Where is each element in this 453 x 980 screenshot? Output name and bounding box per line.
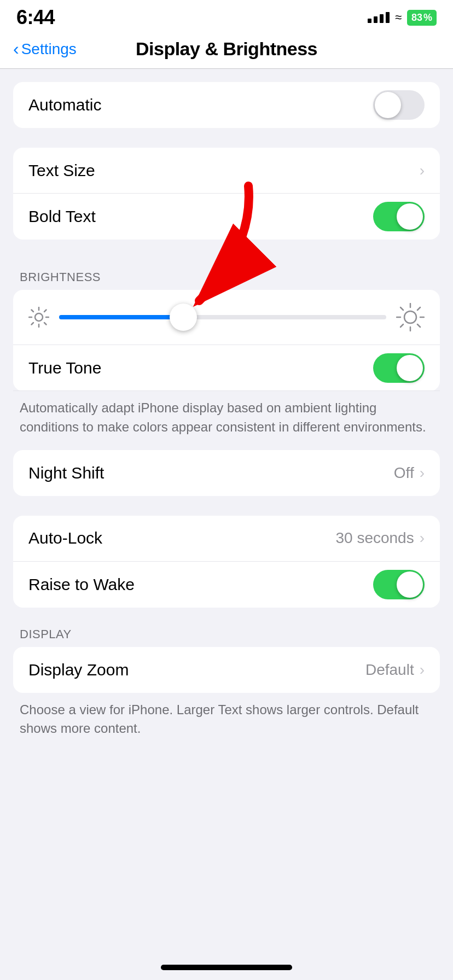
text-size-right: › (420, 162, 425, 179)
gap (0, 608, 453, 627)
display-zoom-right: Default › (365, 661, 425, 679)
svg-line-14 (400, 307, 403, 310)
back-button[interactable]: ‹ Settings (13, 40, 77, 58)
bold-text-row[interactable]: Bold Text (13, 194, 440, 240)
status-time: 6:44 (16, 6, 55, 29)
auto-lock-right: 30 seconds › (335, 529, 425, 547)
raise-to-wake-row[interactable]: Raise to Wake (13, 562, 440, 608)
back-label: Settings (21, 40, 77, 58)
svg-line-17 (400, 324, 403, 327)
toggle-thumb (375, 92, 401, 118)
svg-line-7 (44, 310, 47, 312)
display-zoom-label: Display Zoom (28, 661, 129, 679)
svg-line-5 (32, 310, 34, 312)
night-shift-value: Off (394, 464, 414, 482)
svg-line-16 (417, 307, 420, 310)
night-shift-label: Night Shift (28, 464, 104, 482)
automatic-label: Automatic (28, 96, 101, 114)
brightness-slider-row[interactable] (13, 290, 440, 345)
display-zoom-description: Choose a view for iPhone. Larger Text sh… (0, 693, 453, 746)
slider-thumb (170, 304, 197, 331)
auto-lock-value: 30 seconds (335, 529, 414, 547)
auto-lock-label: Auto-Lock (28, 529, 102, 547)
gap (0, 496, 453, 516)
toggle-thumb (397, 571, 423, 598)
true-tone-description: Automatically adapt iPhone display based… (0, 391, 453, 445)
svg-line-8 (32, 323, 34, 325)
svg-point-0 (35, 313, 43, 321)
gap (0, 128, 453, 148)
lock-group: Auto-Lock 30 seconds › Raise to Wake (13, 516, 440, 608)
display-zoom-row[interactable]: Display Zoom Default › (13, 647, 440, 693)
brightness-group: True Tone (13, 290, 440, 391)
text-group: Text Size › Bold Text (13, 148, 440, 240)
night-shift-group: Night Shift Off › (13, 450, 440, 496)
brightness-slider[interactable] (59, 315, 386, 319)
automatic-group: Automatic (13, 82, 440, 128)
toggle-thumb (397, 355, 423, 381)
true-tone-row[interactable]: True Tone (13, 345, 440, 391)
chevron-icon: › (420, 162, 425, 179)
true-tone-toggle[interactable] (373, 353, 425, 383)
signal-icon (368, 12, 390, 23)
battery-percent: 83 (411, 12, 422, 24)
text-size-row[interactable]: Text Size › (13, 148, 440, 194)
night-shift-row[interactable]: Night Shift Off › (13, 450, 440, 496)
status-icons: ≈ 83% (368, 10, 437, 26)
gap (0, 240, 453, 259)
automatic-row[interactable]: Automatic (13, 82, 440, 128)
brightness-section-label: BRIGHTNESS (0, 259, 453, 290)
navigation-bar: ‹ Settings Display & Brightness (0, 33, 453, 69)
text-size-label: Text Size (28, 161, 95, 180)
auto-lock-row[interactable]: Auto-Lock 30 seconds › (13, 516, 440, 562)
gap (0, 69, 453, 82)
sun-small-icon (28, 307, 49, 328)
bold-text-toggle[interactable] (373, 202, 425, 231)
battery-indicator: 83% (407, 10, 437, 26)
raise-to-wake-toggle[interactable] (373, 570, 425, 599)
svg-line-6 (44, 323, 47, 325)
status-bar: 6:44 ≈ 83% (0, 0, 453, 33)
svg-line-15 (417, 324, 420, 327)
night-shift-right: Off › (394, 464, 425, 482)
page-title: Display & Brightness (136, 38, 317, 60)
chevron-icon: › (420, 464, 425, 482)
svg-point-9 (404, 311, 416, 323)
back-chevron-icon: ‹ (13, 40, 19, 57)
display-section-label: DISPLAY (0, 627, 453, 647)
chevron-icon: › (420, 529, 425, 547)
chevron-icon: › (420, 661, 425, 679)
automatic-toggle[interactable] (373, 90, 425, 120)
gap (0, 445, 453, 450)
sun-large-icon (396, 303, 425, 331)
slider-fill (59, 315, 183, 319)
raise-to-wake-label: Raise to Wake (28, 575, 135, 594)
toggle-thumb (397, 203, 423, 230)
display-zoom-group: Display Zoom Default › (13, 647, 440, 693)
true-tone-label: True Tone (28, 359, 101, 377)
home-indicator (161, 965, 292, 970)
display-zoom-value: Default (365, 661, 414, 679)
wifi-icon: ≈ (395, 10, 402, 25)
bold-text-label: Bold Text (28, 207, 96, 226)
